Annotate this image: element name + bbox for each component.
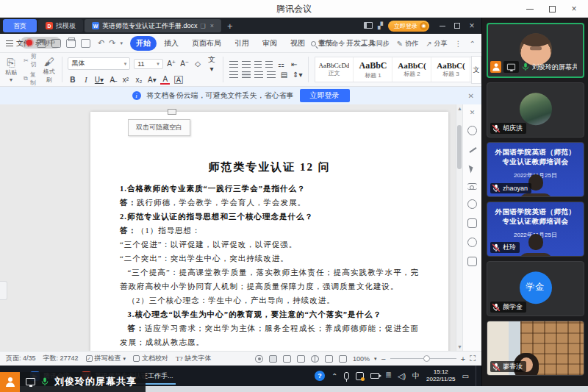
- document-canvas[interactable]: 师范类专业认证 12 问 1.合格教师的专业素质“一践行三学会”是指什么？答：践…: [0, 104, 456, 351]
- fullscreen-icon[interactable]: ⛶: [470, 354, 476, 363]
- bullet-list-icon[interactable]: [229, 61, 238, 68]
- doc-assistant-side-tab[interactable]: 文: [471, 56, 481, 84]
- ribbon-tab-insert[interactable]: 插入: [158, 36, 184, 51]
- share-button[interactable]: ↗ 分享: [426, 39, 447, 49]
- wps-login-button[interactable]: 立即登录◉: [388, 21, 429, 32]
- participant-tile-5[interactable]: 学金颜学金: [487, 261, 584, 316]
- participant-tile-2[interactable]: 胡庆洪: [487, 82, 584, 138]
- collapse-ribbon-icon[interactable]: ⌃: [470, 40, 476, 48]
- tray-mic-icon[interactable]: [344, 372, 349, 379]
- participant-tile-1[interactable]: 刘俊玲的屏幕共享: [487, 23, 584, 78]
- page-view-icon[interactable]: [269, 355, 277, 363]
- align-left-icon[interactable]: [229, 71, 238, 78]
- preview-icon[interactable]: [81, 39, 90, 48]
- line-spacing-icon[interactable]: ⇕▾: [293, 71, 302, 79]
- ribbon-tab-review[interactable]: 审阅: [257, 36, 283, 51]
- undo-icon[interactable]: ↶: [98, 38, 104, 48]
- justify-icon[interactable]: [267, 71, 276, 78]
- wps-tab-templates[interactable]: D 找模板: [38, 19, 83, 32]
- page-indicator[interactable]: 页面: 4/35: [6, 354, 36, 363]
- location-icon[interactable]: [467, 238, 477, 247]
- style-heading1[interactable]: AaBbC标题 1: [354, 57, 392, 82]
- scrollbar-thumb[interactable]: [457, 125, 462, 169]
- volume-icon[interactable]: ◁): [398, 372, 406, 380]
- read-mode-icon[interactable]: [467, 257, 477, 266]
- font-name-select[interactable]: 黑体▾: [68, 57, 130, 70]
- zoom-slider[interactable]: [390, 358, 456, 359]
- zoom-in-button[interactable]: +: [461, 354, 465, 363]
- ribbon-tab-page-layout[interactable]: 页面布局: [186, 36, 227, 51]
- history-clock-icon[interactable]: [467, 199, 477, 209]
- eye-protect-icon[interactable]: [255, 355, 263, 363]
- superscript-button[interactable]: x²: [121, 76, 130, 84]
- style-heading3[interactable]: AaBbC(标题 3: [432, 57, 470, 82]
- navigation-pane-handle[interactable]: [0, 281, 7, 300]
- font-size-select[interactable]: 11▾: [134, 59, 163, 69]
- style-heading2[interactable]: AaBbC(标题 2: [393, 57, 431, 82]
- find-command-button[interactable]: 查找命令...: [311, 39, 353, 49]
- wps-tab-home[interactable]: 首页: [3, 19, 37, 32]
- wrap-icon[interactable]: ⇤: [290, 60, 299, 68]
- close-button[interactable]: ×: [564, 1, 584, 16]
- outline-view-icon[interactable]: [283, 355, 291, 363]
- network-icon[interactable]: 𝄜: [386, 371, 391, 380]
- ink-pen-icon[interactable]: [325, 355, 333, 363]
- paste-button[interactable]: ⎘ 粘贴 ▾: [4, 55, 18, 84]
- notice-login-button[interactable]: 立即登录: [300, 89, 350, 102]
- notification-center-icon[interactable]: ▭: [462, 372, 469, 380]
- scroll-down-icon[interactable]: ▼: [457, 344, 462, 349]
- font-color-button[interactable]: A: [160, 75, 170, 85]
- format-painter-button[interactable]: 🖌 格式刷: [43, 55, 56, 84]
- tray-expand-icon[interactable]: ⌃: [331, 372, 337, 380]
- ime-indicator[interactable]: 中: [412, 371, 420, 381]
- clock[interactable]: 15:122022/11/25: [426, 368, 455, 383]
- vertical-scrollbar[interactable]: ▲ ▼: [456, 104, 462, 351]
- cut-button[interactable]: ✂剪切: [24, 52, 37, 68]
- zoom-out-button[interactable]: −: [381, 354, 385, 363]
- annotate-pen-icon[interactable]: [467, 145, 477, 154]
- strikethrough-button[interactable]: A̶: [107, 76, 117, 84]
- numbered-list-icon[interactable]: [242, 61, 251, 68]
- ribbon-tab-view[interactable]: 视图: [284, 36, 311, 51]
- redo-icon[interactable]: ↷: [109, 38, 115, 48]
- more-options-icon[interactable]: ⋮: [455, 40, 462, 48]
- tray-app-icon[interactable]: [356, 372, 364, 380]
- document-page[interactable]: 师范类专业认证 12 问 1.合格教师的专业素质“一践行三学会”是指什么？答：践…: [90, 112, 448, 351]
- wps-tab-document[interactable]: W 英语师范专业认证工作手册.docx ❑ ×: [85, 19, 221, 32]
- proofread-button[interactable]: 文档校对: [133, 354, 168, 363]
- hide-whitespace-icon[interactable]: [168, 109, 176, 115]
- web-layout-icon[interactable]: [311, 355, 319, 363]
- char-border-button[interactable]: 🄰: [173, 76, 183, 85]
- tray-camera-icon[interactable]: [370, 373, 379, 379]
- new-tab-button[interactable]: +: [227, 21, 233, 32]
- underline-button[interactable]: U▾: [94, 76, 104, 84]
- spellcheck-toggle[interactable]: ✓ 拼写检查▾: [86, 354, 126, 363]
- seal-stamp-icon[interactable]: [467, 218, 477, 228]
- show-desktop-button[interactable]: [476, 366, 478, 386]
- align-right-icon[interactable]: [254, 71, 263, 78]
- missing-font-button[interactable]: T? 缺失字体: [176, 354, 212, 363]
- sync-status-button[interactable]: ☁ 未同步: [360, 39, 390, 49]
- subscript-button[interactable]: x₂: [134, 76, 143, 84]
- participant-tile-4[interactable]: 外国语学院英语（师范）专业认证教师培训会2022年11月25日杜玲: [487, 202, 584, 257]
- bold-button[interactable]: B: [68, 76, 77, 84]
- print-icon[interactable]: [66, 39, 76, 48]
- redo-dropdown-icon[interactable]: ▾: [120, 40, 123, 46]
- wps-minimize-button[interactable]: [436, 20, 449, 32]
- wps-close-button[interactable]: ×: [465, 20, 478, 32]
- participant-tile-6[interactable]: 廖香汝: [487, 321, 584, 376]
- fit-page-icon[interactable]: [339, 355, 347, 363]
- assistant-icon[interactable]: [467, 126, 477, 135]
- show-marks-icon[interactable]: ⚏: [276, 60, 286, 68]
- read-layout-icon[interactable]: [297, 355, 305, 363]
- minimize-button[interactable]: [520, 1, 539, 16]
- increase-indent-icon[interactable]: [265, 61, 273, 68]
- word-count[interactable]: 字数: 27742: [43, 354, 79, 363]
- rail-close-icon[interactable]: ✕: [470, 109, 476, 116]
- qq-tray-icon[interactable]: ?: [315, 371, 325, 381]
- style-normal[interactable]: AaBbCcDd正文: [315, 57, 354, 82]
- wps-restore-button[interactable]: [451, 20, 464, 32]
- copy-button[interactable]: ⧉复制: [24, 71, 37, 87]
- decrease-indent-icon[interactable]: [254, 61, 262, 68]
- floating-share-bar[interactable]: 刘俊玲的屏幕共享: [0, 371, 146, 392]
